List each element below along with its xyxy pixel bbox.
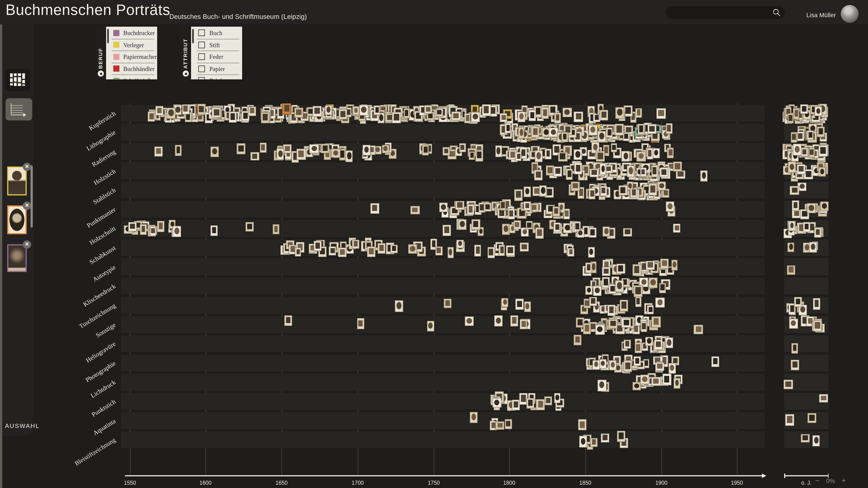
portrait-thumbnail[interactable]	[623, 228, 632, 236]
portrait-thumbnail[interactable]	[819, 394, 828, 402]
portrait-thumbnail[interactable]	[807, 130, 814, 140]
portrait-thumbnail[interactable]	[512, 399, 520, 410]
portrait-thumbnail[interactable]	[633, 285, 643, 297]
portrait-thumbnail[interactable]	[544, 396, 552, 405]
portrait-thumbnail[interactable]	[157, 221, 164, 232]
portrait-thumbnail[interactable]	[493, 398, 501, 408]
portrait-thumbnail[interactable]	[787, 242, 795, 252]
portrait-thumbnail[interactable]	[173, 226, 181, 237]
portrait-thumbnail[interactable]	[408, 245, 417, 254]
portrait-thumbnail[interactable]	[487, 247, 495, 258]
portrait-thumbnail[interactable]	[674, 378, 680, 389]
portrait-thumbnail[interactable]	[295, 248, 301, 256]
portrait-thumbnail[interactable]	[496, 421, 504, 430]
portrait-thumbnail[interactable]	[660, 259, 669, 268]
portrait-thumbnail[interactable]	[282, 103, 291, 115]
portrait-thumbnail[interactable]	[647, 148, 653, 159]
attribut-item-feder[interactable]: Feder	[196, 51, 239, 63]
portrait-thumbnail[interactable]	[701, 171, 707, 181]
portrait-thumbnail[interactable]	[659, 283, 666, 293]
portrait-thumbnail[interactable]	[378, 243, 385, 254]
portrait-thumbnail[interactable]	[435, 246, 442, 256]
portrait-thumbnail[interactable]	[261, 112, 270, 123]
portrait-thumbnail[interactable]	[535, 228, 544, 238]
portrait-thumbnail[interactable]	[562, 132, 568, 142]
portrait-thumbnail[interactable]	[669, 363, 676, 373]
portrait-thumbnail[interactable]	[585, 286, 592, 295]
portrait-thumbnail[interactable]	[427, 321, 434, 331]
portrait-thumbnail[interactable]	[611, 143, 617, 152]
portrait-thumbnail[interactable]	[541, 107, 549, 119]
attribut-radio-icon[interactable]	[183, 70, 189, 76]
portrait-thumbnail[interactable]	[593, 286, 601, 296]
portrait-thumbnail[interactable]	[813, 435, 820, 447]
portrait-thumbnail[interactable]	[566, 169, 573, 180]
portrait-thumbnail[interactable]	[250, 152, 259, 161]
user-avatar[interactable]	[841, 5, 859, 23]
portrait-thumbnail[interactable]	[651, 165, 658, 177]
portrait-thumbnail[interactable]	[583, 323, 591, 334]
portrait-thumbnail[interactable]	[229, 111, 237, 123]
portrait-thumbnail[interactable]	[459, 143, 466, 152]
portrait-thumbnail[interactable]	[813, 320, 822, 331]
portrait-thumbnail[interactable]	[352, 239, 359, 249]
portrait-thumbnail[interactable]	[589, 297, 597, 306]
search-input[interactable]	[672, 6, 768, 20]
portrait-thumbnail[interactable]	[404, 108, 410, 118]
portrait-thumbnail[interactable]	[601, 433, 609, 442]
portrait-thumbnail[interactable]	[655, 362, 664, 371]
portrait-thumbnail[interactable]	[524, 301, 531, 312]
portrait-thumbnail[interactable]	[455, 201, 464, 210]
portrait-thumbnail[interactable]	[593, 113, 600, 122]
portrait-thumbnail[interactable]	[197, 104, 205, 115]
portrait-thumbnail[interactable]	[577, 229, 584, 237]
portrait-thumbnail[interactable]	[465, 317, 474, 326]
portrait-thumbnail[interactable]	[297, 149, 306, 160]
portrait-thumbnail[interactable]	[634, 357, 641, 366]
portrait-thumbnail[interactable]	[392, 112, 401, 123]
portrait-thumbnail[interactable]	[646, 261, 655, 269]
portrait-thumbnail[interactable]	[212, 108, 221, 118]
portrait-thumbnail[interactable]	[813, 298, 820, 310]
portrait-thumbnail[interactable]	[470, 412, 477, 423]
portrait-thumbnail[interactable]	[641, 321, 647, 332]
portrait-thumbnail[interactable]	[638, 124, 645, 135]
portrait-thumbnail[interactable]	[637, 152, 646, 161]
portrait-thumbnail[interactable]	[790, 186, 799, 195]
portrait-thumbnail[interactable]	[314, 241, 322, 251]
portrait-thumbnail[interactable]	[792, 200, 799, 210]
portrait-thumbnail[interactable]	[505, 419, 512, 429]
portrait-thumbnail[interactable]	[526, 398, 534, 409]
beruf-item-schriftgie-er[interactable]: Schriftgießer	[112, 75, 154, 79]
portrait-thumbnail[interactable]	[632, 264, 641, 276]
portrait-thumbnail[interactable]	[443, 299, 452, 308]
portrait-thumbnail[interactable]	[273, 224, 279, 234]
portrait-thumbnail[interactable]	[803, 222, 810, 232]
portrait-thumbnail[interactable]	[800, 104, 808, 114]
portrait-thumbnail[interactable]	[471, 219, 480, 230]
portrait-thumbnail[interactable]	[474, 245, 481, 257]
portrait-thumbnail[interactable]	[571, 182, 580, 191]
portrait-thumbnail[interactable]	[494, 316, 503, 326]
portrait-thumbnail[interactable]	[608, 319, 618, 328]
portrait-thumbnail[interactable]	[260, 143, 267, 153]
portrait-thumbnail[interactable]	[539, 186, 547, 196]
portrait-thumbnail[interactable]	[370, 203, 379, 214]
portrait-thumbnail[interactable]	[502, 298, 508, 307]
grid-view-button[interactable]	[5, 69, 30, 91]
portrait-thumbnail[interactable]	[635, 108, 642, 118]
portrait-thumbnail[interactable]	[600, 163, 606, 175]
portrait-thumbnail[interactable]	[793, 144, 801, 156]
portrait-thumbnail[interactable]	[606, 127, 613, 138]
portrait-thumbnail[interactable]	[546, 166, 554, 175]
portrait-thumbnail[interactable]	[652, 316, 661, 327]
attribut-item-papier[interactable]: Papier	[196, 63, 239, 75]
timeline-view-button[interactable]	[5, 98, 32, 121]
attribut-item-buch[interactable]: Buch	[196, 27, 239, 39]
portrait-thumbnail[interactable]	[357, 318, 364, 329]
portrait-thumbnail[interactable]	[653, 148, 660, 158]
portrait-thumbnail[interactable]	[284, 315, 292, 326]
portrait-thumbnail[interactable]	[624, 360, 632, 372]
portrait-thumbnail[interactable]	[801, 148, 808, 157]
portrait-thumbnail[interactable]	[808, 148, 815, 158]
